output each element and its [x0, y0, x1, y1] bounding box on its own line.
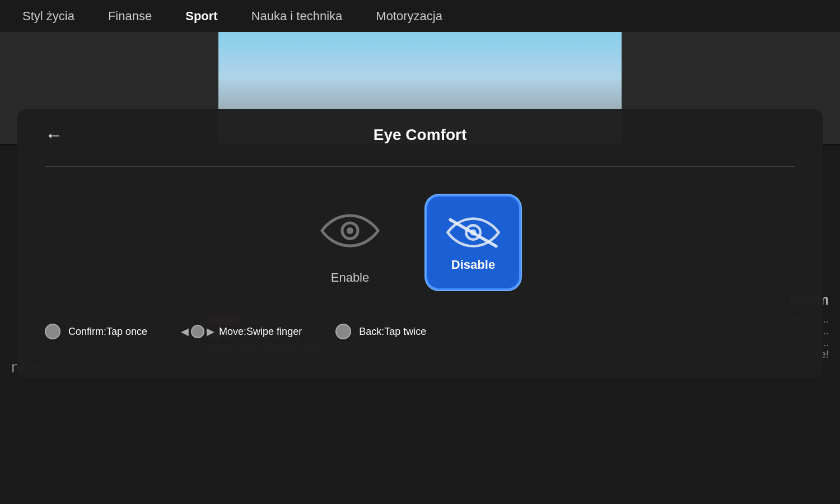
enable-option[interactable]: Enable — [319, 200, 381, 285]
move-text: Move:Swipe finger — [219, 326, 302, 338]
disable-button[interactable]: Disable — [426, 195, 521, 290]
eye-off-icon — [445, 213, 501, 252]
back-dot-icon — [335, 324, 351, 339]
confirm-dot-icon — [45, 324, 60, 339]
eye-comfort-dialog: ← Eye Comfort Enable — [17, 109, 823, 378]
nav-item-nauka[interactable]: Nauka i technika — [251, 9, 343, 24]
dialog-header: ← Eye Comfort — [45, 126, 795, 144]
enable-icon-wrapper — [319, 200, 381, 262]
nav-item-sport[interactable]: Sport — [185, 9, 217, 24]
confirm-text: Confirm:Tap once — [68, 326, 147, 338]
controls-row: Confirm:Tap once ◀ ▶ Move:Swipe finger B… — [45, 318, 795, 339]
enable-label: Enable — [331, 270, 370, 285]
swipe-arrows-icon: ◀ ▶ — [181, 325, 214, 338]
arrow-left-icon: ◀ — [181, 325, 189, 338]
divider — [45, 166, 795, 167]
options-area: Enable Disable — [45, 195, 795, 290]
arrow-right-icon: ▶ — [207, 325, 214, 338]
top-navigation: Styl życia Finanse Sport Nauka i technik… — [0, 0, 840, 32]
move-dot-icon — [191, 325, 204, 338]
move-control: ◀ ▶ Move:Swipe finger — [181, 325, 302, 338]
back-control: Back:Tap twice — [335, 324, 426, 339]
dialog-title: Eye Comfort — [374, 126, 466, 144]
confirm-control: Confirm:Tap once — [45, 324, 147, 339]
eye-open-icon — [319, 211, 381, 250]
disable-option[interactable]: Disable — [426, 195, 521, 290]
back-text: Back:Tap twice — [359, 326, 426, 338]
nav-item-styl-zycia[interactable]: Styl życia — [22, 9, 74, 24]
nav-item-finanse[interactable]: Finanse — [108, 9, 152, 24]
nav-item-motoryzacja[interactable]: Motoryzacja — [376, 9, 442, 24]
back-button[interactable]: ← — [45, 125, 63, 146]
svg-point-1 — [347, 227, 353, 234]
disable-label: Disable — [451, 258, 495, 272]
